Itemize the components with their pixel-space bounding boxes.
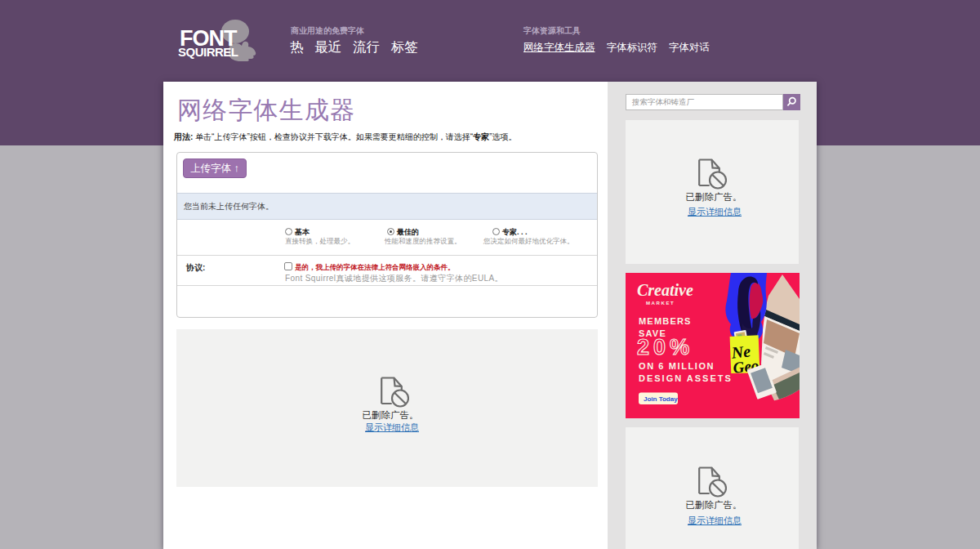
svg-text:Join Today: Join Today <box>644 395 678 403</box>
svg-text:Creative: Creative <box>637 281 693 299</box>
svg-text:20%: 20% <box>637 335 693 359</box>
svg-text:ON 6 MILLION: ON 6 MILLION <box>639 361 715 371</box>
svg-text:DESIGN ASSETS: DESIGN ASSETS <box>639 373 733 383</box>
svg-text:MEMBERS: MEMBERS <box>639 316 692 326</box>
svg-text:SQUIRREL: SQUIRREL <box>178 45 238 59</box>
svg-text:MARKET: MARKET <box>646 301 675 306</box>
